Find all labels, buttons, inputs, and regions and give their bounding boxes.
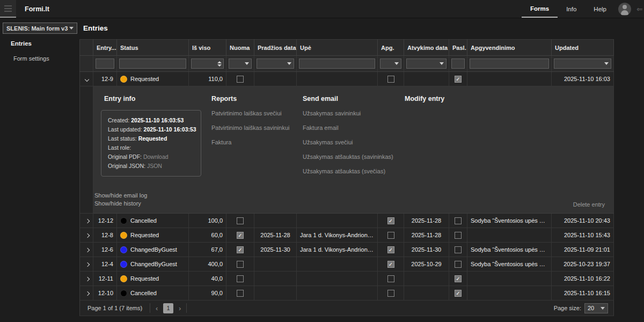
row-checkbox[interactable] xyxy=(237,246,244,253)
column-header[interactable]: Pradžios data xyxy=(254,40,297,56)
table-row: 12-9Requested110,02025-11-10 16:03 xyxy=(80,72,614,86)
filter-upe-input[interactable] xyxy=(299,58,375,69)
status-cell: Requested xyxy=(117,72,189,86)
page-number-button[interactable]: 1 xyxy=(163,303,173,313)
row-checkbox[interactable] xyxy=(455,290,462,297)
expand-row-button[interactable] xyxy=(85,248,90,252)
nav-forms[interactable]: Forms xyxy=(522,0,558,18)
nav-info[interactable]: Info xyxy=(558,0,585,18)
column-header[interactable]: Updated xyxy=(552,40,614,56)
row-checkbox[interactable] xyxy=(387,261,394,268)
toggle-email-log-link[interactable]: Show/hide email log xyxy=(94,192,147,200)
row-checkbox[interactable] xyxy=(237,217,244,224)
page-size-dropdown[interactable]: 20 xyxy=(584,303,608,313)
column-header[interactable]: Atvykimo data xyxy=(404,40,449,56)
status-dot-icon xyxy=(120,261,127,268)
status-cell: Cancelled xyxy=(117,214,189,228)
prev-page-button[interactable]: ‹ xyxy=(152,303,162,313)
filter-row xyxy=(80,56,614,72)
column-header[interactable]: Entry... xyxy=(93,40,117,56)
row-checkbox[interactable] xyxy=(237,232,244,239)
column-header[interactable]: Apgyvendinimo xyxy=(467,40,552,56)
next-page-button[interactable]: › xyxy=(175,303,185,313)
entry-id-cell: 12-6 xyxy=(93,243,117,257)
spin-down-icon[interactable] xyxy=(217,64,222,67)
filter-atvykimo-data-dropdown[interactable] xyxy=(406,58,447,69)
filter-apg-dropdown[interactable] xyxy=(380,58,401,69)
row-checkbox[interactable] xyxy=(455,246,462,253)
row-checkbox[interactable] xyxy=(455,261,462,268)
spin-up-icon[interactable] xyxy=(217,61,222,63)
column-header[interactable]: Nuoma xyxy=(226,40,254,56)
apgyvendinimo-cell: Sodyba “Šventosios upės slėnis” xyxy=(467,214,552,228)
hamburger-menu-icon[interactable] xyxy=(0,0,16,18)
form-selector-dropdown[interactable]: SLENIS: Main form v3 xyxy=(3,23,77,34)
report-link[interactable]: Faktura xyxy=(211,139,303,145)
delete-entry-link[interactable]: Delete entry xyxy=(573,201,606,208)
row-checkbox[interactable] xyxy=(387,290,394,297)
status-cell: ChangedByGuest xyxy=(117,257,189,272)
filter-updated-dropdown[interactable] xyxy=(554,58,611,69)
send-email-link[interactable]: Faktura email xyxy=(303,125,405,131)
entry-id-cell: 12-9 xyxy=(93,72,117,86)
send-email-link[interactable]: Užsakymas atšauktas (savininkas) xyxy=(303,153,405,160)
row-checkbox[interactable] xyxy=(237,261,244,268)
pradzios-data-cell xyxy=(254,72,297,86)
column-header[interactable]: Upė xyxy=(297,40,378,56)
atvykimo-data-cell xyxy=(404,286,449,301)
row-checkbox[interactable] xyxy=(387,246,394,253)
sidebar-item-entries[interactable]: Entries xyxy=(0,36,79,51)
table-row: 12-10Cancelled90,02025-11-10 16:15 xyxy=(80,286,614,301)
row-checkbox[interactable] xyxy=(455,275,462,282)
report-link[interactable]: Patvirtinimo laiškas savininkui xyxy=(211,125,303,131)
download-pdf-link[interactable]: Download xyxy=(143,153,169,160)
row-checkbox[interactable] xyxy=(237,76,244,83)
row-checkbox[interactable] xyxy=(455,76,462,83)
table-row: 12-4ChangedByGuest400,02025-10-29Sodyba … xyxy=(80,257,614,272)
user-avatar-icon[interactable] xyxy=(618,3,631,16)
send-email-link[interactable]: Užsakymas svečiui xyxy=(303,139,405,145)
row-checkbox[interactable] xyxy=(387,217,394,224)
expand-row-button[interactable] xyxy=(85,291,90,296)
filter-nuoma-dropdown[interactable] xyxy=(229,58,252,69)
row-checkbox[interactable] xyxy=(387,232,394,239)
entry-id-cell: 12-8 xyxy=(93,228,117,243)
chevron-down-icon xyxy=(601,307,605,310)
row-checkbox[interactable] xyxy=(455,217,462,224)
row-checkbox[interactable] xyxy=(237,275,244,282)
nav-help[interactable]: Help xyxy=(585,0,615,18)
filter-apgyvendinimo-input[interactable] xyxy=(470,58,549,69)
atvykimo-data-cell: 2025-11-28 xyxy=(404,228,449,243)
expand-row-button[interactable] xyxy=(85,277,90,281)
filter-status-input[interactable] xyxy=(119,58,186,69)
logout-icon[interactable]: ⇐ xyxy=(636,5,644,13)
send-email-link[interactable]: Užsakymas atšauktas (svečias) xyxy=(303,168,405,174)
send-email-link[interactable]: Užsakymas savininkui xyxy=(303,110,405,116)
filter-pradzios-data-dropdown[interactable] xyxy=(257,58,294,69)
row-checkbox[interactable] xyxy=(455,232,462,239)
upe-cell: Jara 1 d. Vikonys-Andrioniškis xyxy=(297,228,378,243)
expand-row-button[interactable] xyxy=(85,219,90,223)
atvykimo-data-cell: 2025-10-29 xyxy=(404,257,449,272)
column-header[interactable]: Pasl. xyxy=(449,40,467,56)
expand-row-button[interactable] xyxy=(85,233,90,238)
row-checkbox[interactable] xyxy=(387,275,394,282)
expand-row-button[interactable] xyxy=(85,77,89,82)
row-checkbox[interactable] xyxy=(387,76,394,83)
report-link[interactable]: Patvirtinimo laiškas svečiui xyxy=(211,110,303,116)
filter-pasl-input[interactable] xyxy=(451,58,465,69)
row-checkbox[interactable] xyxy=(237,290,244,297)
original-pdf-label: Original PDF: xyxy=(108,153,142,160)
column-header[interactable]: Status xyxy=(117,40,189,56)
column-header[interactable]: Iš viso xyxy=(189,40,226,56)
download-json-link[interactable]: JSON xyxy=(147,163,162,169)
last-status-label: Last status: xyxy=(108,135,137,142)
total-cell: 67,0 xyxy=(189,243,226,257)
filter-entry-input[interactable] xyxy=(96,58,114,69)
column-header[interactable]: Apg. xyxy=(378,40,404,56)
status-dot-icon xyxy=(120,246,127,253)
toggle-history-link[interactable]: Show/hide history xyxy=(94,200,147,208)
filter-isviso-spinner[interactable] xyxy=(191,58,224,69)
expand-row-button[interactable] xyxy=(85,262,90,267)
sidebar-item-form-settings[interactable]: Form settings xyxy=(0,51,79,66)
